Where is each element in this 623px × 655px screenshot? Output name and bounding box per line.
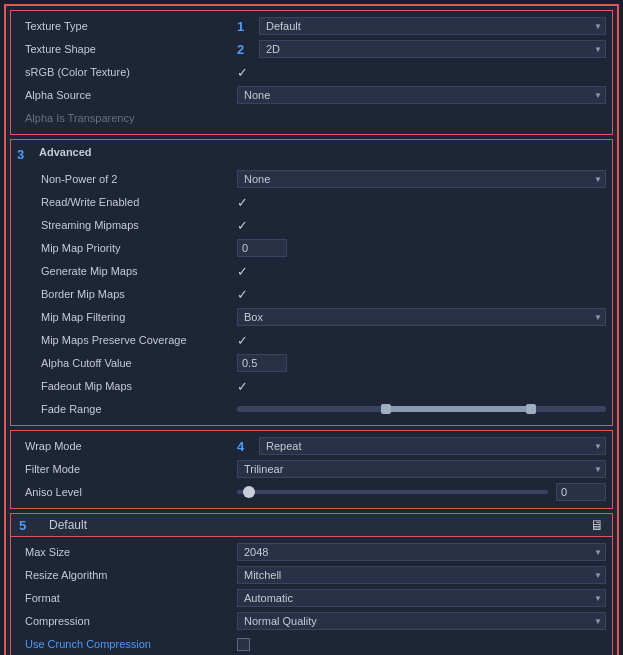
fade-range-thumb-right[interactable] — [526, 404, 536, 414]
preserve-coverage-check: ✓ — [237, 333, 248, 348]
alpha-transparency-row: Alpha Is Transparency — [17, 107, 606, 129]
monitor-icon: 🖥 — [590, 517, 604, 533]
compression-label: Compression — [17, 615, 237, 627]
main-container: Texture Type 1 Default Texture Shape 2 2… — [4, 4, 619, 655]
mip-filtering-row: Mip Map Filtering Box — [17, 306, 606, 328]
filter-mode-label: Filter Mode — [17, 463, 237, 475]
advanced-num: 3 — [17, 147, 31, 162]
texture-shape-label: Texture Shape — [17, 43, 237, 55]
generate-mip-label: Generate Mip Maps — [17, 265, 237, 277]
rendering-num: 4 — [237, 439, 251, 454]
filter-mode-row: Filter Mode Trilinear — [17, 458, 606, 480]
streaming-check: ✓ — [237, 218, 248, 233]
texture-shape-dropdown-wrapper[interactable]: 2D — [259, 40, 606, 58]
preserve-coverage-row: Mip Maps Preserve Coverage ✓ — [17, 329, 606, 351]
alpha-source-dropdown-wrapper[interactable]: None — [237, 86, 606, 104]
format-label: Format — [17, 592, 237, 604]
format-select[interactable]: Automatic — [237, 589, 606, 607]
compression-dropdown-wrapper[interactable]: Normal Quality — [237, 612, 606, 630]
alpha-cutoff-row: Alpha Cutoff Value — [17, 352, 606, 374]
mip-filtering-dropdown-wrapper[interactable]: Box — [237, 308, 606, 326]
texture-type-select[interactable]: Default — [259, 17, 606, 35]
resize-row: Resize Algorithm Mitchell — [17, 564, 606, 586]
texture-type-dropdown-wrapper[interactable]: Default — [259, 17, 606, 35]
resize-dropdown-wrapper[interactable]: Mitchell — [237, 566, 606, 584]
fade-range-label: Fade Range — [17, 403, 237, 415]
border-mip-check: ✓ — [237, 287, 248, 302]
mip-filtering-select[interactable]: Box — [237, 308, 606, 326]
wrap-mode-select[interactable]: Repeat — [259, 437, 606, 455]
wrap-mode-label: Wrap Mode — [17, 440, 237, 452]
non-power-row: Non-Power of 2 None — [17, 168, 606, 190]
advanced-header: Advanced — [39, 144, 92, 160]
compression-select[interactable]: Normal Quality — [237, 612, 606, 630]
alpha-source-row: Alpha Source None — [17, 84, 606, 106]
crunch-label: Use Crunch Compression — [17, 638, 237, 650]
resize-label: Resize Algorithm — [17, 569, 237, 581]
texture-shape-select[interactable]: 2D — [259, 40, 606, 58]
texture-shape-row: Texture Shape 2 2D — [17, 38, 606, 60]
compression-row: Compression Normal Quality — [17, 610, 606, 632]
max-size-select[interactable]: 2048 — [237, 543, 606, 561]
fadeout-label: Fadeout Mip Maps — [17, 380, 237, 392]
platform-content: Max Size 2048 Resize Algorithm Mitchell … — [11, 537, 612, 655]
rw-enabled-row: Read/Write Enabled ✓ — [17, 191, 606, 213]
srgb-row: sRGB (Color Texture) ✓ — [17, 61, 606, 83]
alpha-transparency-label: Alpha Is Transparency — [17, 112, 237, 124]
max-size-row: Max Size 2048 — [17, 541, 606, 563]
crunch-row: Use Crunch Compression — [17, 633, 606, 655]
section-advanced: 3 Advanced Non-Power of 2 None Read/Writ… — [10, 139, 613, 426]
platform-header: 5 Default 🖥 — [11, 514, 612, 537]
mip-priority-input[interactable] — [237, 239, 287, 257]
texture-shape-num: 2 — [237, 42, 251, 57]
max-size-label: Max Size — [17, 546, 237, 558]
resize-select[interactable]: Mitchell — [237, 566, 606, 584]
platform-num: 5 — [19, 518, 33, 533]
aniso-slider[interactable] — [237, 490, 548, 494]
aniso-input[interactable] — [556, 483, 606, 501]
aniso-label: Aniso Level — [17, 486, 237, 498]
non-power-select[interactable]: None — [237, 170, 606, 188]
alpha-cutoff-input[interactable] — [237, 354, 287, 372]
section-rendering: Wrap Mode 4 Repeat Filter Mode Trilinear… — [10, 430, 613, 509]
texture-type-row: Texture Type 1 Default — [17, 15, 606, 37]
wrap-mode-row: Wrap Mode 4 Repeat — [17, 435, 606, 457]
filter-mode-select[interactable]: Trilinear — [237, 460, 606, 478]
generate-mip-check: ✓ — [237, 264, 248, 279]
fadeout-row: Fadeout Mip Maps ✓ — [17, 375, 606, 397]
aniso-thumb[interactable] — [243, 486, 255, 498]
streaming-row: Streaming Mipmaps ✓ — [17, 214, 606, 236]
border-mip-label: Border Mip Maps — [17, 288, 237, 300]
filter-mode-dropdown-wrapper[interactable]: Trilinear — [237, 460, 606, 478]
fadeout-check: ✓ — [237, 379, 248, 394]
streaming-label: Streaming Mipmaps — [17, 219, 237, 231]
fade-range-row: Fade Range — [17, 398, 606, 420]
format-row: Format Automatic — [17, 587, 606, 609]
section-texture-type: Texture Type 1 Default Texture Shape 2 2… — [10, 10, 613, 135]
platform-header-label: Default — [49, 518, 87, 532]
crunch-checkbox[interactable] — [237, 638, 250, 651]
max-size-dropdown-wrapper[interactable]: 2048 — [237, 543, 606, 561]
fade-range-slider[interactable] — [237, 406, 606, 412]
non-power-label: Non-Power of 2 — [17, 173, 237, 185]
non-power-dropdown-wrapper[interactable]: None — [237, 170, 606, 188]
fade-range-thumb-left[interactable] — [381, 404, 391, 414]
aniso-row: Aniso Level — [17, 481, 606, 503]
srgb-check: ✓ — [237, 65, 248, 80]
format-dropdown-wrapper[interactable]: Automatic — [237, 589, 606, 607]
rw-check: ✓ — [237, 195, 248, 210]
preserve-coverage-label: Mip Maps Preserve Coverage — [17, 334, 237, 346]
alpha-source-select[interactable]: None — [237, 86, 606, 104]
texture-type-num: 1 — [237, 19, 251, 34]
generate-mip-row: Generate Mip Maps ✓ — [17, 260, 606, 282]
alpha-cutoff-label: Alpha Cutoff Value — [17, 357, 237, 369]
rw-enabled-label: Read/Write Enabled — [17, 196, 237, 208]
border-mip-row: Border Mip Maps ✓ — [17, 283, 606, 305]
section-platform: 5 Default 🖥 Max Size 2048 Resize Algorit… — [10, 513, 613, 655]
mip-priority-row: Mip Map Priority — [17, 237, 606, 259]
alpha-source-label: Alpha Source — [17, 89, 237, 101]
texture-type-label: Texture Type — [17, 20, 237, 32]
srgb-label: sRGB (Color Texture) — [17, 66, 237, 78]
mip-priority-label: Mip Map Priority — [17, 242, 237, 254]
wrap-mode-dropdown-wrapper[interactable]: Repeat — [259, 437, 606, 455]
